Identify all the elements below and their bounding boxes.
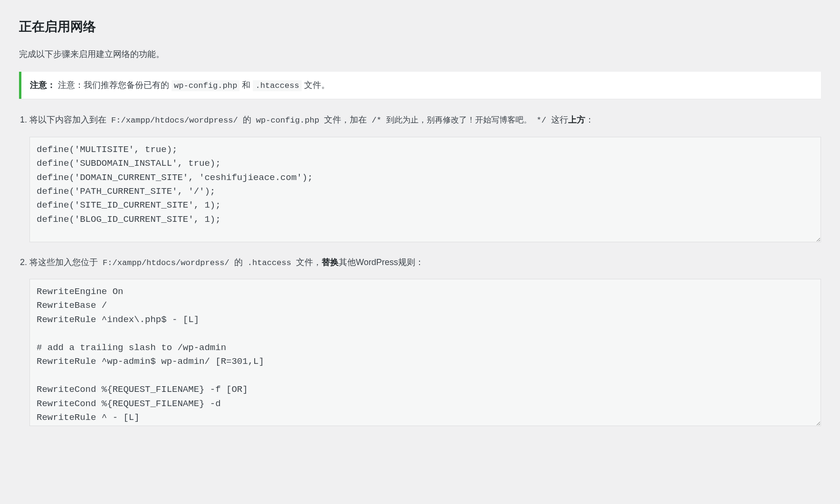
step1-text2: 的 xyxy=(240,115,254,124)
step1-text5: ： xyxy=(585,115,594,124)
step1-text1: 将以下内容加入到在 xyxy=(29,115,109,124)
step2-text3: 文件， xyxy=(294,257,322,267)
page-title: 正在启用网络 xyxy=(19,17,821,37)
htaccess-code-block[interactable] xyxy=(29,279,821,426)
steps-list: 将以下内容加入到在 F:/xampp/htdocs/wordpress/ 的 w… xyxy=(19,113,821,426)
step2-path: F:/xampp/htdocs/wordpress/ xyxy=(100,257,232,268)
step1-comment: /* 到此为止，别再修改了！开始写博客吧。 */ xyxy=(369,115,549,126)
notice-label: 注意： xyxy=(30,80,56,90)
step1-file: wp-config.php xyxy=(254,115,322,126)
notice-box: 注意： 注意：我们推荐您备份已有的 wp-config.php 和 .htacc… xyxy=(19,72,821,99)
notice-and: 和 xyxy=(242,80,253,90)
intro-text: 完成以下步骤来启用建立网络的功能。 xyxy=(19,48,821,61)
notice-text-prefix: 注意：我们推荐您备份已有的 xyxy=(58,80,172,90)
step2-file: .htaccess xyxy=(245,257,294,268)
wp-config-code-block[interactable] xyxy=(29,137,821,242)
step2-text1: 将这些加入您位于 xyxy=(29,257,100,267)
step2-text2: 的 xyxy=(232,257,245,267)
notice-file-2: .htaccess xyxy=(253,80,301,91)
step-2: 将这些加入您位于 F:/xampp/htdocs/wordpress/ 的 .h… xyxy=(29,256,821,426)
step2-bold: 替换 xyxy=(322,257,339,267)
step1-bold: 上方 xyxy=(568,115,585,124)
notice-text-suffix: 文件。 xyxy=(304,80,330,90)
step1-text3: 文件，加在 xyxy=(322,115,369,124)
step1-path: F:/xampp/htdocs/wordpress/ xyxy=(109,115,240,126)
notice-file-1: wp-config.php xyxy=(172,80,239,91)
step2-text4: 其他WordPress规则： xyxy=(339,257,424,267)
step-1: 将以下内容加入到在 F:/xampp/htdocs/wordpress/ 的 w… xyxy=(29,113,821,242)
page-content: 正在启用网络 完成以下步骤来启用建立网络的功能。 注意： 注意：我们推荐您备份已… xyxy=(0,0,840,444)
step1-text4: 这行 xyxy=(549,115,568,124)
